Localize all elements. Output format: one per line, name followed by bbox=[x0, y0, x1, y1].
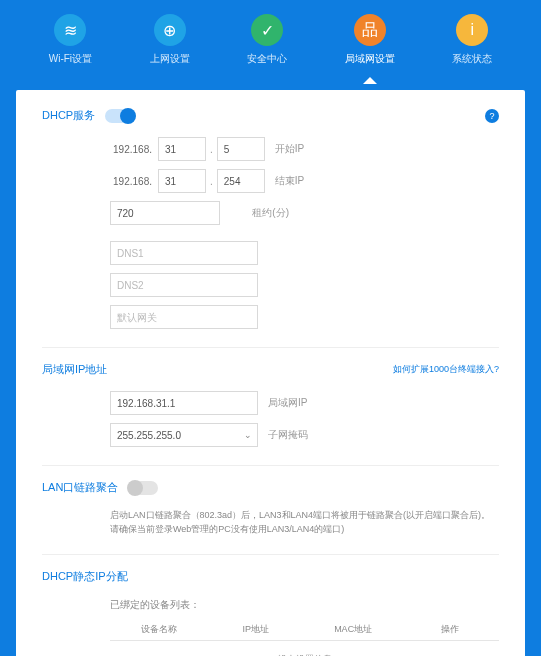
help-icon[interactable]: ? bbox=[485, 109, 499, 123]
agg-title: LAN口链路聚合 bbox=[42, 480, 118, 495]
table-empty: 没有设置信息 bbox=[110, 641, 499, 656]
dns1-input[interactable] bbox=[110, 241, 258, 265]
dns2-input[interactable] bbox=[110, 273, 258, 297]
mask-label: 子网掩码 bbox=[268, 428, 308, 442]
lease-label: 租约(分) bbox=[252, 206, 289, 220]
lan-ip-input[interactable] bbox=[110, 391, 258, 415]
lanip-help-link[interactable]: 如何扩展1000台终端接入? bbox=[393, 363, 499, 376]
nav-label: 上网设置 bbox=[150, 52, 190, 66]
end-oct4-input[interactable] bbox=[217, 169, 265, 193]
ip-prefix: 192.168. bbox=[110, 144, 152, 155]
dhcp-title: DHCP服务 bbox=[42, 108, 95, 123]
dhcp-toggle[interactable] bbox=[105, 109, 135, 123]
nav-label: 安全中心 bbox=[247, 52, 287, 66]
nav-2[interactable]: ✓安全中心 bbox=[247, 14, 287, 66]
nav-label: Wi-Fi设置 bbox=[49, 52, 92, 66]
gateway-input[interactable] bbox=[110, 305, 258, 329]
end-oct3-input[interactable] bbox=[158, 169, 206, 193]
nav-label: 局域网设置 bbox=[345, 52, 395, 66]
nav-4[interactable]: i系统状态 bbox=[452, 14, 492, 66]
agg-toggle[interactable] bbox=[128, 481, 158, 495]
table-header: 设备名称 IP地址 MAC地址 操作 bbox=[110, 618, 499, 641]
nav-icon: 品 bbox=[354, 14, 386, 46]
static-title: DHCP静态IP分配 bbox=[42, 569, 128, 584]
agg-desc: 启动LAN口链路聚合（802.3ad）后，LAN3和LAN4端口将被用于链路聚合… bbox=[42, 509, 499, 536]
nav-icon: ≋ bbox=[54, 14, 86, 46]
nav-3[interactable]: 品局域网设置 bbox=[345, 14, 395, 66]
end-ip-label: 结束IP bbox=[275, 174, 304, 188]
static-sub: 已绑定的设备列表： bbox=[42, 598, 499, 612]
lan-ip-label: 局域网IP bbox=[268, 396, 307, 410]
nav-icon: ✓ bbox=[251, 14, 283, 46]
chevron-down-icon: ⌄ bbox=[244, 430, 252, 440]
nav-0[interactable]: ≋Wi-Fi设置 bbox=[49, 14, 92, 66]
start-oct3-input[interactable] bbox=[158, 137, 206, 161]
mask-select[interactable] bbox=[110, 423, 258, 447]
nav-icon: ⊕ bbox=[154, 14, 186, 46]
start-oct4-input[interactable] bbox=[217, 137, 265, 161]
lanip-title: 局域网IP地址 bbox=[42, 362, 107, 377]
nav-icon: i bbox=[456, 14, 488, 46]
start-ip-label: 开始IP bbox=[275, 142, 304, 156]
nav-1[interactable]: ⊕上网设置 bbox=[150, 14, 190, 66]
nav-label: 系统状态 bbox=[452, 52, 492, 66]
lease-input[interactable] bbox=[110, 201, 220, 225]
